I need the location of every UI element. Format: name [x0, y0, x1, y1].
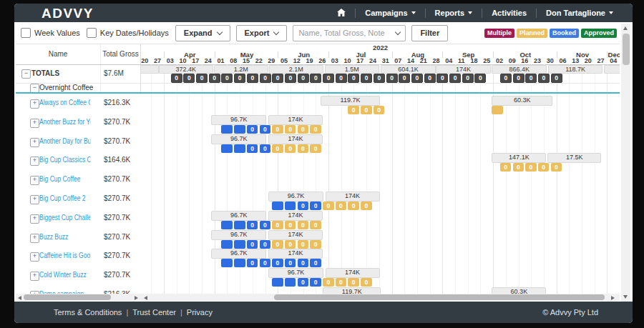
week-value-chip-dark[interactable]: 0: [272, 74, 283, 83]
week-value-chip-dark[interactable]: 0: [336, 74, 347, 83]
flight-total-bar[interactable]: 174K: [326, 268, 380, 278]
caret-down-icon: [609, 11, 613, 14]
flight-total-bar[interactable]: 174K: [326, 192, 380, 202]
flight-total-bar[interactable]: 96.7K: [268, 192, 323, 202]
flight-total-bar[interactable]: 60.3K: [492, 96, 552, 106]
scroll-left-icon[interactable]: [18, 296, 21, 300]
flight-total-bar[interactable]: 174K: [268, 249, 323, 259]
week-value-chip-dark[interactable]: 0: [386, 74, 398, 83]
nav-item-reports[interactable]: Reports: [426, 9, 482, 17]
scroll-up-icon[interactable]: [623, 26, 628, 30]
filter-button[interactable]: Filter: [411, 25, 448, 41]
campaign-name-link[interactable]: Big Cup Classics Campaign: [39, 156, 90, 164]
flight-total-bar[interactable]: 96.7K: [211, 230, 266, 240]
week-value-chip-dark[interactable]: 0: [298, 74, 309, 83]
campaign-name-link[interactable]: Biggest Cup Challenger: [39, 214, 90, 222]
week-value-chip-dark[interactable]: 0: [323, 74, 334, 83]
advvy-logo[interactable]: ADVVY: [42, 4, 94, 22]
flight-total-bar[interactable]: 96.7K: [211, 211, 266, 221]
flight-total-bar[interactable]: 17.5K: [547, 153, 601, 163]
scroll-left-icon[interactable]: [144, 296, 147, 300]
flight-total-bar[interactable]: 96.7K: [211, 249, 266, 259]
expand-campaign-icon[interactable]: +: [30, 176, 39, 185]
nav-item-activities[interactable]: Activities: [482, 9, 536, 17]
flight-total-bar[interactable]: 119.7K: [321, 96, 379, 106]
expand-campaign-icon[interactable]: +: [30, 252, 39, 262]
week-value-chip-dark[interactable]: 0: [234, 74, 245, 83]
week-values-checkbox[interactable]: [21, 28, 31, 38]
scrollbar-thumb[interactable]: [24, 294, 111, 300]
week-value-chip-dark[interactable]: 0: [260, 74, 271, 83]
key-dates-checkbox[interactable]: [87, 28, 97, 38]
expand-campaign-icon[interactable]: +: [30, 119, 39, 128]
week-value-chip-dark[interactable]: 0: [310, 74, 321, 83]
campaign-name-link[interactable]: Big Cup Coffee: [39, 175, 90, 183]
expand-campaign-icon[interactable]: +: [30, 156, 39, 166]
scroll-right-icon[interactable]: [135, 296, 138, 300]
week-value-chip-dark[interactable]: 0: [348, 74, 359, 83]
collapse-totals-icon[interactable]: −: [21, 69, 31, 79]
week-value-chip-dark[interactable]: 0: [399, 74, 410, 83]
gross-column-header[interactable]: Total Gross: [100, 44, 141, 64]
footer-link-trust-center[interactable]: Trust Center: [132, 308, 176, 317]
week-value-chip-dark[interactable]: 0: [361, 74, 372, 83]
week-value-chip-dark[interactable]: 0: [183, 74, 195, 83]
flight-total-bar[interactable]: 174K: [268, 115, 323, 125]
campaign-name-link[interactable]: Another Buzz for You: [39, 118, 90, 126]
campaign-name-link[interactable]: Another Day for Buzz: [39, 137, 90, 145]
flight-total-bar[interactable]: 174K: [268, 211, 323, 221]
week-value-chip-dark[interactable]: 0: [436, 74, 448, 83]
name-column-header[interactable]: Name: [16, 44, 100, 64]
week-value-chip-dark[interactable]: 0: [551, 74, 562, 83]
flight-total-bar[interactable]: 96.7K: [211, 134, 266, 144]
expand-campaign-icon[interactable]: +: [30, 99, 39, 109]
campaign-name-link[interactable]: Buzz Buzz: [39, 233, 90, 241]
week-value-chip-dark[interactable]: 0: [196, 74, 208, 83]
nav-item-campaigns[interactable]: Campaigns: [356, 9, 424, 17]
vertical-scrollbar[interactable]: [621, 24, 630, 302]
week-value-chip-dark[interactable]: 0: [474, 74, 486, 83]
nav-item-don-tartaglione[interactable]: Don Tartaglione: [537, 9, 623, 17]
footer-link-terms-conditions[interactable]: Terms & Conditions: [54, 308, 122, 317]
scrollbar-thumb[interactable]: [623, 34, 630, 65]
week-value-chip-dark[interactable]: 0: [513, 74, 525, 83]
week-value-chip-dark[interactable]: 0: [209, 74, 220, 83]
flight-total-bar[interactable]: 96.7K: [211, 115, 266, 125]
week-value-chip-dark[interactable]: 0: [374, 74, 385, 83]
flight-total-bar[interactable]: 96.7K: [268, 268, 323, 278]
expand-campaign-icon[interactable]: +: [30, 272, 39, 281]
expand-campaign-icon[interactable]: +: [30, 138, 39, 147]
week-value-chip-dark[interactable]: 0: [221, 74, 233, 83]
expand-button[interactable]: Expand: [175, 25, 230, 41]
flight-total-bar[interactable]: 174K: [268, 134, 323, 144]
campaign-name-link[interactable]: Big Cup Coffee 2: [39, 194, 90, 202]
week-value-chip-dark[interactable]: 0: [538, 74, 550, 83]
campaign-name-link[interactable]: Caffeine Hit is Good: [39, 252, 90, 259]
campaign-name-link[interactable]: Always on Coffee Campaign: [39, 99, 90, 106]
scroll-down-icon[interactable]: [623, 295, 628, 299]
expand-campaign-icon[interactable]: +: [30, 195, 39, 204]
week-value-chip-dark[interactable]: 0: [525, 74, 537, 83]
week-value-chip-dark[interactable]: 0: [171, 74, 182, 83]
week-value-chip-dark[interactable]: 0: [411, 74, 423, 83]
week-value-chip-dark[interactable]: 0: [247, 74, 258, 83]
table-horizontal-scrollbar[interactable]: [16, 294, 141, 301]
week-value-chip-dark[interactable]: 0: [462, 74, 474, 83]
week-value-chip-dark[interactable]: 0: [449, 74, 461, 83]
home-button[interactable]: [328, 9, 355, 18]
flight-total-bar[interactable]: 174K: [268, 230, 323, 240]
flight-total-bar[interactable]: 147.1K: [492, 153, 546, 163]
footer-link-privacy[interactable]: Privacy: [187, 308, 213, 317]
gantt-horizontal-scrollbar[interactable]: [141, 294, 620, 301]
expand-campaign-icon[interactable]: +: [30, 234, 39, 243]
week-value-chip-dark[interactable]: 0: [424, 74, 436, 83]
scrollbar-thumb[interactable]: [274, 294, 605, 300]
export-button[interactable]: Export: [236, 25, 288, 41]
filter-field-select[interactable]: Name, Total Gross, Note: [293, 25, 406, 41]
group-label[interactable]: Overnight Coffee: [39, 84, 93, 91]
week-value-chip-dark[interactable]: 0: [285, 74, 296, 83]
week-value-chip-dark[interactable]: 0: [500, 74, 512, 83]
campaign-name-link[interactable]: Cold Winter Buzz: [39, 271, 90, 279]
scroll-right-icon[interactable]: [611, 296, 615, 300]
expand-campaign-icon[interactable]: +: [30, 214, 39, 224]
